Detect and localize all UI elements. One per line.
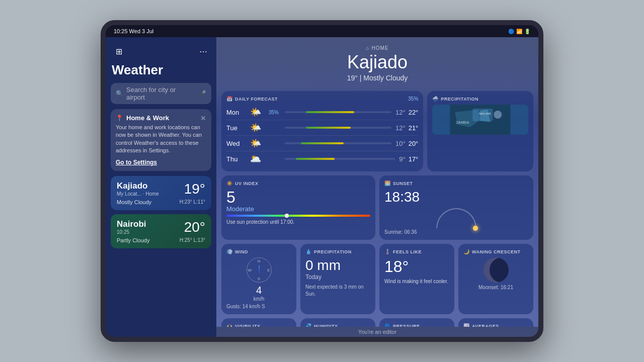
kajiado-card-top: Kajiado My Locat... · Home 19° <box>117 181 205 197</box>
compass-east: E <box>267 268 270 273</box>
compass-outer: N S E W <box>247 257 272 283</box>
precip-map-title: PRECIPITATION <box>441 97 478 102</box>
sunset-widget-header: 🌅 SUNSET <box>384 180 528 186</box>
sidebar-top-bar: ⊞ ⋯ <box>106 42 216 62</box>
forecast-widget-header: 📅 DAILY FORECAST 35% <box>226 96 418 102</box>
forecast-high-mon: 22° <box>409 109 419 116</box>
precip-widget-title: PRECIPITATION <box>314 249 352 254</box>
nairobi-condition: Partly Cloudy <box>117 237 149 243</box>
moon-widget-header: 🌙 WANING CRESCENT <box>463 249 528 254</box>
search-input[interactable]: Search for city or airport <box>126 86 196 101</box>
sunset-widget-title: SUNSET <box>393 181 413 186</box>
forecast-row-mon: Mon 🌤️ 35% 12° 22° <box>226 105 418 120</box>
bottom-bar: You're an editor <box>216 327 538 337</box>
forecast-bar-tue <box>285 127 391 129</box>
app-container: ⊞ ⋯ Weather 🔍 Search for city or airport… <box>106 37 538 337</box>
pressure-header: 🔵 PRESSURE <box>384 323 449 327</box>
hero-section: ⌂ HOME Kajiado 19° | Mostly Cloudy <box>216 37 538 87</box>
precipitation-map-widget: 🌧️ PRECIPITATION <box>427 91 533 171</box>
nairobi-temp: 20° <box>184 219 205 235</box>
wind-widget: 💨 WIND N S E W 4 <box>221 244 296 314</box>
search-icon: 🔍 <box>116 90 123 97</box>
svg-point-2 <box>494 111 502 119</box>
mic-icon[interactable]: 🎤 <box>199 90 206 97</box>
location-card-kajiado[interactable]: Kajiado My Locat... · Home 19° Mostly Cl… <box>111 176 211 210</box>
uv-index-widget: ☀️ UV INDEX 5 Moderate Use sun protectio… <box>221 175 375 240</box>
forecast-temps-thu: 9° 17° <box>399 155 418 163</box>
moon-widget: 🌙 WANING CRESCENT Moonset: 16:21 <box>458 244 533 314</box>
nairobi-sublabel: 10:25 <box>117 229 146 235</box>
svg-text:ZAMBIA: ZAMBIA <box>456 121 469 124</box>
sidebar-toggle-button[interactable]: ⊞ <box>112 44 126 58</box>
compass-arrow <box>259 265 260 275</box>
forecast-header-info: 35% <box>408 96 418 102</box>
wind-compass: N S E W <box>247 257 272 283</box>
precipitation-map-visual: ZAMBIA MALAWI <box>432 105 528 135</box>
averages-widget: 📈 AVERAGES +2° <box>458 318 533 327</box>
kajiado-name: Kajiado <box>117 181 159 191</box>
forecast-precip-mon: 35% <box>267 110 281 115</box>
forecast-icon-wed: 🌤️ <box>249 138 263 149</box>
sunrise-time: Sunrise: 06:36 <box>384 229 528 235</box>
humidity-header: 💦 HUMIDITY <box>305 323 370 327</box>
uv-description: Use sun protection until 17:00. <box>226 219 370 225</box>
notification-title: Home & Work <box>126 114 197 122</box>
forecast-high-wed: 20° <box>409 140 419 147</box>
go-to-settings-button[interactable]: Go to Settings <box>116 159 206 166</box>
nairobi-card-top: Nairobi 10:25 20° <box>117 219 205 235</box>
kajiado-sublabel: My Locat... · Home <box>117 191 159 197</box>
feels-like-title: FEELS LIKE <box>393 249 422 254</box>
main-content: ⌂ HOME Kajiado 19° | Mostly Cloudy 📅 DAI… <box>216 37 538 337</box>
precip-map-header: 🌧️ PRECIPITATION <box>432 96 528 102</box>
widgets-container: 📅 DAILY FORECAST 35% Mon 🌤️ 35% <box>216 87 538 327</box>
wind-gusts: Gusts: 14 km/h S <box>226 304 291 309</box>
gauge-icon: 🔵 <box>384 323 390 327</box>
wind-widget-header: 💨 WIND <box>226 249 291 254</box>
notification-close-button[interactable]: ✕ <box>200 115 206 122</box>
feels-like-description: Wind is making it feel cooler. <box>384 278 449 285</box>
thermometer-icon: 🌡️ <box>384 249 390 254</box>
bottom-bar-text: You're an editor <box>358 329 396 335</box>
forecast-temps-tue: 12° 21° <box>395 124 418 132</box>
widgets-row-3: 💨 WIND N S E W 4 <box>221 244 533 314</box>
notification-body: Your home and work locations can now be … <box>116 124 206 155</box>
averages-header: 📈 AVERAGES <box>463 323 528 327</box>
forecast-bar-fill-mon <box>306 111 354 113</box>
moon-circle <box>484 257 509 283</box>
forecast-low-tue: 12° <box>395 124 406 132</box>
feels-like-header: 🌡️ FEELS LIKE <box>384 249 449 254</box>
app-title: Weather <box>106 62 216 83</box>
precip-period: Today <box>305 274 370 281</box>
forecast-bar-thu <box>285 158 395 160</box>
forecast-day-thu: Thu <box>226 155 245 163</box>
home-label: ⌂ HOME <box>226 45 528 51</box>
widgets-row-1: 📅 DAILY FORECAST 35% Mon 🌤️ 35% <box>221 91 533 171</box>
humidity-widget: 💦 HUMIDITY 61% <box>300 318 375 327</box>
city-name: Kajiado <box>226 52 528 73</box>
location-card-nairobi[interactable]: Nairobi 10:25 20° Partly Cloudy H:25° L:… <box>111 214 211 248</box>
compass-west: W <box>248 268 252 273</box>
forecast-bar-fill-thu <box>296 158 335 160</box>
sidebar-more-button[interactable]: ⋯ <box>196 44 210 58</box>
nairobi-card-bottom: Partly Cloudy H:25° L:13° <box>117 237 205 243</box>
wind-widget-title: WIND <box>235 249 248 254</box>
uv-sun-icon: ☀️ <box>226 180 232 186</box>
visibility-header: 👁️ VISIBILITY <box>226 323 291 327</box>
forecast-low-mon: 12° <box>395 109 406 116</box>
wind-icon: 💨 <box>226 249 232 254</box>
moon-shadow <box>490 257 509 283</box>
status-icons: 🔵📶🔋 <box>508 29 530 34</box>
widgets-row-2: ☀️ UV INDEX 5 Moderate Use sun protectio… <box>221 175 533 240</box>
forecast-temps-wed: 10° 20° <box>395 140 418 147</box>
forecast-bar-wed <box>285 142 391 144</box>
precipitation-widget: 💧 PRECIPITATION 0 mm Today Next expected… <box>300 244 375 314</box>
visibility-widget: 👁️ VISIBILITY 26 km <box>221 318 296 327</box>
forecast-icon-tue: 🌤️ <box>249 122 263 133</box>
kajiado-card-bottom: Mostly Cloudy H:23° L:11° <box>117 199 205 205</box>
eye-icon: 👁️ <box>226 323 232 327</box>
search-bar[interactable]: 🔍 Search for city or airport 🎤 <box>111 83 211 104</box>
forecast-high-thu: 17° <box>409 155 419 163</box>
moon-icon-hdr: 🌙 <box>463 249 469 254</box>
forecast-low-thu: 9° <box>399 155 405 163</box>
compass-south: S <box>258 277 260 281</box>
